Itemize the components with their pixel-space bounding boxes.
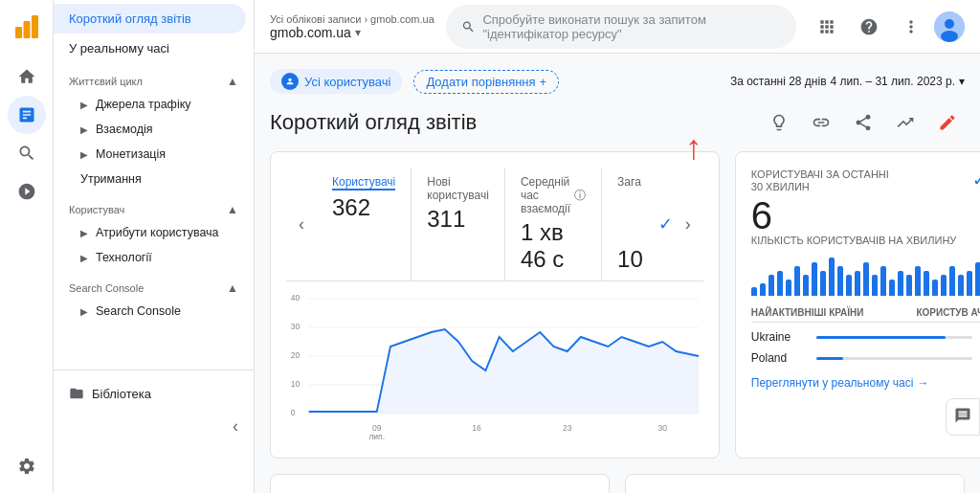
left-icon-bar: [0, 0, 54, 493]
feedback-button[interactable]: [946, 398, 980, 436]
top-bar: Усі облікові записи › gmob.com.ua gmob.c…: [255, 0, 980, 54]
mini-bar-item: [794, 266, 800, 296]
arrow-right-icon: ▶: [80, 306, 88, 317]
mini-bar-item: [760, 283, 766, 296]
account-info: Усі облікові записи › gmob.com.ua gmob.c…: [270, 13, 434, 40]
add-comparison-button[interactable]: Додати порівняння +: [413, 70, 559, 94]
trends-button[interactable]: [888, 105, 923, 140]
main-grid: ‹ Користувачі 362 Нові користувачі: [270, 151, 965, 459]
mini-bar-item: [863, 262, 869, 297]
search-icon: [461, 18, 476, 35]
svg-rect-0: [15, 27, 22, 38]
metric-avg-time[interactable]: Середній час взаємодії ⓘ 1 хв 46 с: [505, 168, 602, 280]
mini-bar-item: [915, 266, 921, 296]
search-bar[interactable]: Спробуйте виконати пошук за запитом "іде…: [446, 5, 796, 49]
mini-bar-item: [967, 271, 972, 297]
svg-text:0: 0: [291, 408, 296, 417]
mini-bar-item: [906, 275, 912, 296]
realtime-card: КОРИСТУВАЧІ ЗА ОСТАННІ 30 ХВИЛИН ✓ 6 КІЛ…: [735, 151, 980, 459]
chevron-up-icon: ▲: [227, 281, 238, 295]
content-area: Усі користувачі Додати порівняння + За о…: [255, 54, 980, 493]
mini-bar-item: [820, 271, 826, 297]
nav-icon-settings[interactable]: [8, 447, 46, 485]
mini-bar-item: [941, 275, 947, 296]
date-range-selector[interactable]: За останні 28 днів 4 лип. – 31 лип. 2023…: [730, 75, 965, 88]
edit-button[interactable]: [930, 105, 965, 140]
collapse-sidebar-button[interactable]: ‹: [225, 413, 246, 440]
next-metric-button[interactable]: ›: [673, 209, 703, 239]
mini-bar-item: [846, 275, 852, 296]
breadcrumb: Усі облікові записи › gmob.com.ua: [270, 13, 434, 25]
main-area: Усі облікові записи › gmob.com.ua gmob.c…: [255, 0, 980, 493]
chevron-up-icon: ▲: [227, 203, 238, 216]
nav-item-interaction[interactable]: ▶ Взаємодія: [54, 117, 254, 142]
apps-button[interactable]: [808, 8, 846, 46]
svg-text:16: 16: [472, 423, 481, 433]
svg-text:10: 10: [291, 379, 301, 389]
nav-item-monetization[interactable]: ▶ Монетизація: [54, 142, 254, 167]
svg-text:30: 30: [291, 322, 301, 331]
metrics-chart-card: ‹ Користувачі 362 Нові користувачі: [270, 151, 720, 459]
help-button[interactable]: [850, 8, 888, 46]
nav-item-user-attrs[interactable]: ▶ Атрибути користувача: [54, 220, 254, 245]
realtime-check-icon: ✓: [972, 169, 980, 190]
mini-bar-chart: [751, 258, 980, 296]
page-title: Короткий огляд звітів: [270, 110, 477, 135]
nav-item-retention[interactable]: Утримання: [54, 167, 254, 191]
new-users-card: ЗВІДКИ ПРИХОДЯТЬ НОВІ КОРИСТУВАЧІ? Нові …: [270, 474, 610, 493]
svg-point-4: [945, 19, 954, 29]
realtime-title-line1: КОРИСТУВАЧІ ЗА ОСТАННІ: [751, 168, 889, 181]
user-avatar[interactable]: [934, 11, 965, 42]
statistics-card: Статистика: [625, 474, 965, 493]
metric-new-users[interactable]: Нові користувачі 311: [412, 168, 505, 280]
mini-bar-item: [898, 271, 903, 297]
realtime-title-line2: 30 ХВИЛИН: [751, 181, 889, 192]
page-title-row: Короткий огляд звітів: [270, 105, 965, 140]
realtime-table-header: НАЙАКТИВНІШІ КРАЇНИ КОРИСТУВ АЧІ: [751, 303, 980, 323]
nav-item-search-console[interactable]: ▶ Search Console: [54, 299, 254, 324]
metric-total[interactable]: Зага 10: [602, 168, 658, 280]
metric-users[interactable]: Користувачі 362: [317, 168, 412, 280]
nav-item-overview[interactable]: Короткий огляд звітів: [54, 4, 246, 34]
line-chart: 40 30 20 10 0: [286, 289, 703, 442]
nav-icon-reports[interactable]: [8, 96, 46, 134]
nav-item-tech[interactable]: ▶ Технології: [54, 245, 254, 270]
mini-bar-item: [751, 287, 757, 296]
account-name[interactable]: gmob.com.ua ▾: [270, 25, 434, 40]
nav-icon-home[interactable]: [8, 57, 46, 96]
share-button[interactable]: [846, 105, 880, 140]
arrow-right-icon: ▶: [80, 253, 88, 263]
mini-bar-item: [949, 266, 955, 296]
nav-icon-advertise[interactable]: [8, 172, 46, 211]
prev-metric-button[interactable]: ‹: [286, 209, 317, 239]
nav-item-library[interactable]: Бібліотека: [54, 378, 254, 409]
poland-bar: [816, 357, 972, 360]
section-lifecycle: Життєвий цикл ▲: [54, 63, 254, 92]
link-button[interactable]: [804, 105, 838, 140]
insights-button[interactable]: [762, 105, 796, 140]
mini-bar-item: [932, 280, 938, 297]
svg-rect-2: [32, 15, 38, 38]
section-user: Користувач ▲: [54, 191, 254, 220]
mini-bar-item: [880, 266, 886, 296]
all-users-filter[interactable]: Усі користувачі: [270, 69, 402, 94]
filter-bar: Усі користувачі Додати порівняння + За о…: [270, 69, 965, 94]
metrics-list: Користувачі 362 Нові користувачі 311: [317, 168, 658, 280]
ukraine-bar: [816, 336, 972, 339]
more-button[interactable]: [892, 8, 930, 46]
nav-item-traffic[interactable]: ▶ Джерела трафіку: [54, 92, 254, 117]
arrow-right-icon: ▶: [80, 149, 88, 160]
nav-item-realtime[interactable]: У реальному часі: [54, 34, 246, 63]
chevron-up-icon: ▲: [227, 75, 238, 88]
nav-icon-explore[interactable]: [8, 134, 46, 172]
page-actions: [762, 105, 965, 140]
svg-point-5: [941, 31, 958, 42]
mini-bar-item: [768, 275, 774, 296]
svg-rect-1: [23, 21, 30, 38]
realtime-row-poland: Poland 1: [751, 347, 980, 369]
mini-bar-item: [803, 275, 809, 296]
mini-bar-item: [855, 271, 860, 297]
mini-bar-item: [924, 271, 929, 297]
sidebar-nav: Короткий огляд звітів У реальному часі Ж…: [54, 0, 255, 493]
view-realtime-link[interactable]: Переглянути у реальному часі →: [751, 376, 980, 390]
